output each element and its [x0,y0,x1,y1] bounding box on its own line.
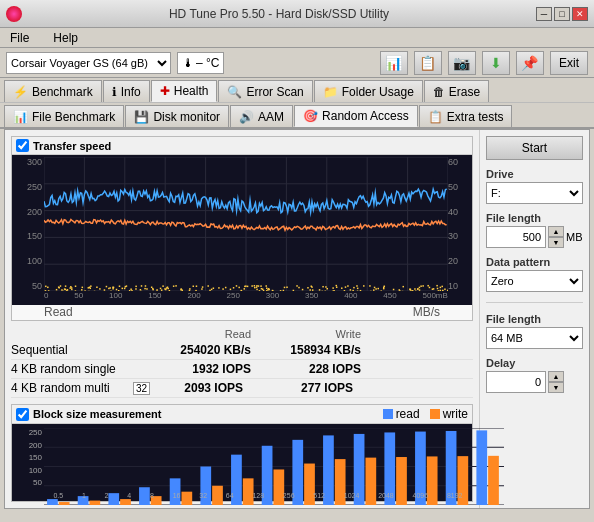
y-label-300: 300 [12,157,44,167]
delay-input[interactable] [486,371,546,393]
line-chart-canvas [44,157,448,291]
bar-chart-title: Block size measurement [33,408,161,420]
transfer-speed-checkbox[interactable] [16,139,29,152]
bar-y-100: 100 [12,466,44,475]
read-label: Read [44,305,73,319]
bar-y-axis: 250 200 150 100 50 [12,428,44,487]
axis-labels: Read MB/s [12,305,472,320]
app-icon [6,6,22,22]
y-label-100: 100 [12,256,44,266]
scan-icon: 🔍 [227,85,242,99]
read-header: Read [141,328,251,340]
toolbar-btn-5[interactable]: 📌 [516,51,544,75]
temp-display: 🌡 – °C [177,52,224,74]
queue-spinner[interactable]: 32 [133,382,145,395]
folder-icon: 📁 [323,85,338,99]
x-axis: 0 50 100 150 200 250 300 350 400 450 500… [44,291,448,305]
toolbar-btn-1[interactable]: 📊 [380,51,408,75]
file-benchmark-icon: 📊 [13,110,28,124]
tab-disk-monitor[interactable]: 💾 Disk monitor [125,105,229,127]
block-size-checkbox[interactable] [16,408,29,421]
maximize-button[interactable]: □ [554,7,570,21]
legend-read-dot [383,409,393,419]
disk-monitor-icon: 💾 [134,110,149,124]
tab-erase[interactable]: 🗑 Erase [424,80,489,102]
drive-dropdown[interactable]: F: [486,182,583,204]
toolbar-btn-2[interactable]: 📋 [414,51,442,75]
erase-icon: 🗑 [433,85,445,99]
sequential-label: Sequential [11,343,141,357]
tab-info[interactable]: ℹ Info [103,80,150,102]
file-length-dropdown-2[interactable]: 64 MB [486,327,583,349]
menu-file[interactable]: File [6,30,33,46]
file-length-section: File length ▲ ▼ MB [486,212,583,248]
tab-extra-tests[interactable]: 📋 Extra tests [419,105,513,127]
exit-button[interactable]: Exit [550,51,588,75]
tabs-row1: ⚡ Benchmark ℹ Info ✚ Health 🔍 Error Scan… [0,78,594,129]
stats-row-sequential: Sequential 254020 KB/s 158934 KB/s [11,341,473,360]
y-right-10: 10 [448,281,472,291]
x-500: 500mB [423,291,448,305]
minimize-button[interactable]: ─ [536,7,552,21]
title-bar-title: HD Tune Pro 5.50 - Hard Disk/SSD Utility [22,7,536,21]
file-length-up[interactable]: ▲ [548,226,564,237]
file-length-input[interactable] [486,226,546,248]
4kb-single-label: 4 KB random single [11,362,141,376]
menu-help[interactable]: Help [49,30,82,46]
bar-chart-header: Block size measurement read write [12,405,472,424]
x-100: 100 [109,291,122,305]
transfer-chart-container: Transfer speed 300 250 200 150 100 50 60… [11,136,473,321]
tab-health[interactable]: ✚ Health [151,80,218,102]
file-length-label: File length [486,212,583,224]
legend-read: read [383,407,420,421]
tab-file-benchmark[interactable]: 📊 File Benchmark [4,105,124,127]
x-350: 350 [305,291,318,305]
delay-up[interactable]: ▲ [548,371,564,382]
bar-y-200: 200 [12,441,44,450]
legend-write: write [430,407,468,421]
drive-select[interactable]: Corsair Voyager GS (64 gB) [6,52,171,74]
delay-spinner[interactable]: ▲ ▼ [548,371,564,393]
4kb-single-write: 228 IOPS [251,362,361,376]
x-450: 450 [383,291,396,305]
extra-tests-icon: 📋 [428,110,443,124]
4kb-single-read: 1932 IOPS [141,362,251,376]
legend-write-label: write [443,407,468,421]
drive-section: Drive F: [486,168,583,204]
delay-down[interactable]: ▼ [548,382,564,393]
file-length-down[interactable]: ▼ [548,237,564,248]
bar-x-axis: 0.512481632641282565121024204840968192 [44,492,472,499]
tab-error-scan[interactable]: 🔍 Error Scan [218,80,312,102]
tab-random-access[interactable]: 🎯 Random Access [294,105,418,127]
delay-input-row: ▲ ▼ [486,371,583,393]
4kb-multi-read: 2093 IOPS [145,381,243,395]
delay-section: Delay ▲ ▼ [486,357,583,393]
write-header: Write [251,328,361,340]
close-button[interactable]: ✕ [572,7,588,21]
toolbar-btn-4[interactable]: ⬇ [482,51,510,75]
start-button[interactable]: Start [486,136,583,160]
toolbar-btn-3[interactable]: 📷 [448,51,476,75]
file-length-section-2: File length 64 MB [486,313,583,349]
y-right-40: 40 [448,207,472,217]
drive-label: Drive [486,168,583,180]
data-pattern-dropdown[interactable]: Zero [486,270,583,292]
title-bar: HD Tune Pro 5.50 - Hard Disk/SSD Utility… [0,0,594,28]
random-access-icon: 🎯 [303,109,318,123]
file-length-input-row: ▲ ▼ MB [486,226,583,248]
y-label-50: 50 [12,281,44,291]
tab-benchmark[interactable]: ⚡ Benchmark [4,80,102,102]
tab-folder-usage[interactable]: 📁 Folder Usage [314,80,423,102]
y-right-60: 60 [448,157,472,167]
file-length-unit: MB [566,231,583,243]
stats-table: Read Write Sequential 254020 KB/s 158934… [11,325,473,400]
benchmark-icon: ⚡ [13,85,28,99]
file-length-spinner[interactable]: ▲ ▼ [548,226,564,248]
tab-aam[interactable]: 🔊 AAM [230,105,293,127]
y-axis-right: 60 50 40 30 20 10 [448,157,472,291]
divider [486,302,583,303]
y-label-200: 200 [12,207,44,217]
x-150: 150 [148,291,161,305]
y-right-20: 20 [448,256,472,266]
legend-write-dot [430,409,440,419]
